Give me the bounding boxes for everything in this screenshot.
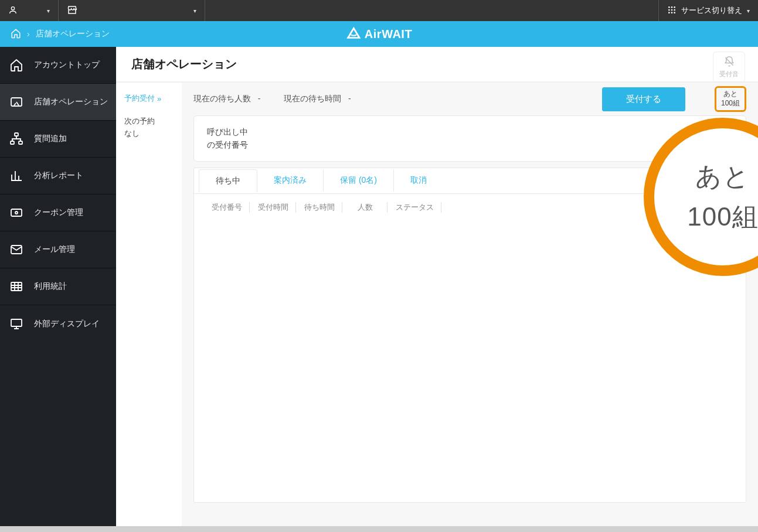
breadcrumb-separator: › [27, 29, 30, 39]
sitemap-icon [9, 132, 23, 146]
th-reception-time: 受付時間 [251, 202, 296, 213]
wait-people-label: 現在の待ち人数 [193, 94, 251, 103]
chevron-down-icon: ▾ [747, 8, 750, 14]
calling-line2: の受付番号 [207, 138, 733, 151]
next-reservation-label: 次の予約 [124, 115, 174, 128]
sidebar-item-label: メール管理 [34, 244, 75, 255]
sidebar-item-external-display[interactable]: 外部ディスプレイ [0, 305, 116, 342]
bottom-statusbar [0, 526, 758, 532]
wait-people: 現在の待ち人数 - [193, 94, 260, 104]
chevron-double-right-icon: » [157, 94, 161, 103]
status-row: 現在の待ち人数 - 現在の待ち時間 - 受付する あと 100組 [182, 83, 758, 115]
reservation-accept-link[interactable]: 予約受付 » [124, 93, 174, 104]
svg-rect-13 [19, 141, 22, 144]
callout-line1: あと [695, 159, 750, 194]
app-header: › 店舗オペレーション AirWAIT [0, 21, 758, 47]
sidebar-item-question-add[interactable]: 質問追加 [0, 121, 116, 158]
sidebar: アカウントトップ 店舗オペレーション 質問追加 分析レポート クーポン管理 メー… [0, 47, 116, 532]
ticket-icon [9, 206, 23, 220]
sidebar-item-label: 店舗オペレーション [34, 97, 108, 107]
chevron-down-icon: ▾ [47, 8, 50, 14]
brand-text: AirWAIT [365, 28, 412, 41]
mail-icon [9, 243, 23, 257]
svg-point-5 [671, 9, 673, 11]
main-container: アカウントトップ 店舗オペレーション 質問追加 分析レポート クーポン管理 メー… [0, 47, 758, 532]
shop-dropdown[interactable]: ▾ [59, 0, 205, 21]
user-icon [8, 5, 18, 16]
sidebar-item-label: 外部ディスプレイ [34, 319, 100, 329]
sidebar-item-analytics-report[interactable]: 分析レポート [0, 158, 116, 195]
sidebar-item-mail-management[interactable]: メール管理 [0, 231, 116, 268]
sidebar-item-account-top[interactable]: アカウントトップ [0, 47, 116, 84]
th-reception-number: 受付番号 [205, 202, 250, 213]
sidebar-item-label: アカウントトップ [34, 60, 100, 70]
sub-navigation: 予約受付 » 次の予約 なし [116, 83, 182, 532]
account-dropdown[interactable]: ▾ [0, 0, 59, 21]
svg-point-1 [668, 6, 670, 8]
remaining-box: あと 100組 [715, 86, 746, 111]
svg-rect-18 [11, 319, 22, 326]
main-body: 予約受付 » 次の予約 なし 現在の待ち人数 - 現在の待ち時間 [116, 82, 758, 532]
svg-point-8 [671, 12, 673, 13]
service-switch-dropdown[interactable]: サービス切り替え ▾ [658, 0, 758, 21]
svg-rect-17 [11, 282, 22, 291]
breadcrumb: › 店舗オペレーション [0, 28, 110, 40]
wait-time: 現在の待ち時間 - [284, 94, 351, 104]
service-switch-label: サービス切り替え [681, 5, 742, 16]
callout-line2: 100組 [687, 200, 758, 234]
calling-line1: 呼び出し中 [207, 125, 733, 138]
remaining-line1: あと [721, 90, 740, 99]
sidebar-item-usage-stats[interactable]: 利用統計 [0, 268, 116, 305]
svg-point-6 [674, 9, 675, 11]
remaining-line2: 100組 [721, 99, 740, 108]
shop-icon [67, 5, 77, 17]
sound-label: 受付音 [719, 70, 739, 79]
th-status: ステータス [389, 202, 441, 213]
sidebar-item-label: 質問追加 [34, 134, 67, 144]
monitor-icon [9, 317, 23, 331]
topbar-spacer [205, 0, 658, 21]
tab-cancelled[interactable]: 取消 [394, 169, 443, 192]
chart-icon [9, 169, 23, 183]
content-area: 現在の待ち人数 - 現在の待ち時間 - 受付する あと 100組 [182, 83, 758, 532]
reservation-label: 予約受付 [124, 93, 155, 104]
tab-guided[interactable]: 案内済み [257, 169, 324, 192]
global-topbar: ▾ ▾ サービス切り替え ▾ [0, 0, 758, 21]
apps-grid-icon [667, 5, 677, 16]
sidebar-item-coupon-management[interactable]: クーポン管理 [0, 195, 116, 231]
sidebar-item-label: 分析レポート [34, 170, 83, 181]
tab-waiting[interactable]: 待ち中 [199, 169, 257, 193]
th-wait-time: 待ち時間 [297, 202, 342, 213]
th-people: 人数 [344, 202, 388, 213]
page-title: 店舗オペレーション [131, 56, 237, 72]
bell-off-icon [723, 56, 735, 69]
svg-point-15 [15, 212, 18, 214]
svg-point-2 [671, 6, 673, 8]
sound-toggle[interactable]: 受付音 [713, 52, 745, 83]
wait-people-value: - [258, 94, 261, 103]
wait-time-value: - [348, 94, 351, 103]
sidebar-item-store-operations[interactable]: 店舗オペレーション [0, 84, 116, 121]
svg-point-3 [674, 6, 675, 8]
home-icon[interactable] [11, 28, 21, 40]
sidebar-item-label: クーポン管理 [34, 207, 83, 218]
chevron-down-icon: ▾ [193, 8, 196, 14]
tab-onhold[interactable]: 保留 (0名) [324, 169, 394, 192]
table-body-empty [194, 221, 746, 502]
table-icon [9, 279, 23, 294]
breadcrumb-current: 店舗オペレーション [36, 29, 110, 39]
main-area: 店舗オペレーション 受付音 予約受付 » 次の予約 なし [116, 47, 758, 532]
svg-point-0 [11, 6, 14, 9]
operation-icon [9, 95, 23, 109]
next-reservation: 次の予約 なし [124, 115, 174, 140]
svg-point-7 [668, 12, 670, 13]
wait-time-label: 現在の待ち時間 [284, 94, 341, 103]
home-icon [9, 58, 23, 72]
svg-rect-12 [11, 141, 14, 144]
svg-rect-11 [15, 133, 18, 136]
next-reservation-value: なし [124, 128, 174, 140]
svg-point-4 [668, 9, 670, 11]
svg-rect-14 [11, 209, 22, 216]
accept-button[interactable]: 受付する [602, 87, 685, 111]
sidebar-item-label: 利用統計 [34, 281, 67, 292]
